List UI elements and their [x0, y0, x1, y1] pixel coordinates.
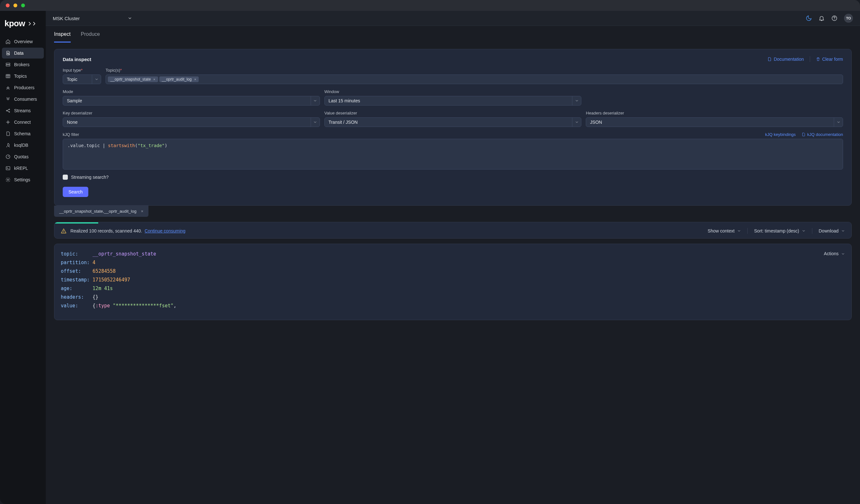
- sidebar-item-krepl[interactable]: kREPL: [2, 163, 44, 174]
- up-arrows-icon: [5, 85, 11, 90]
- rocket-icon: [5, 142, 11, 148]
- mode-select[interactable]: Sample: [63, 96, 320, 105]
- record-line: value: {:type "***************fset",: [61, 301, 845, 310]
- brand-text: kpow: [4, 18, 25, 28]
- search-button[interactable]: Search: [63, 187, 88, 197]
- headers-deserializer-select[interactable]: JSON: [586, 117, 843, 127]
- kjq-filter-editor[interactable]: .value.topic | startswith("tx_trade"): [63, 139, 843, 169]
- mode-label: Mode: [63, 89, 320, 94]
- tab-inspect[interactable]: Inspect: [54, 31, 71, 43]
- sidebar-item-overview[interactable]: Overview: [2, 36, 44, 47]
- sidebar-item-label: Connect: [14, 120, 31, 125]
- chevron-down-icon: [802, 229, 806, 233]
- warning-icon: [61, 228, 67, 234]
- sidebar-item-schema[interactable]: Schema: [2, 128, 44, 139]
- svg-rect-2: [6, 65, 10, 66]
- sidebar: kpow Overview Data Brokers Topics Produc…: [0, 11, 46, 504]
- sidebar-item-quotas[interactable]: Quotas: [2, 151, 44, 162]
- chevron-down-icon: [311, 118, 320, 127]
- sidebar-item-label: Data: [14, 50, 24, 56]
- kjq-documentation-link[interactable]: kJQ documentation: [801, 132, 843, 137]
- record-line: timestamp: 1715052246497: [61, 276, 845, 284]
- headers-deserializer-label: Headers deserializer: [586, 110, 843, 116]
- remove-chip-icon[interactable]: ×: [194, 77, 196, 81]
- sidebar-item-brokers[interactable]: Brokers: [2, 59, 44, 70]
- cluster-name: MSK Cluster: [53, 16, 80, 21]
- divider: [747, 228, 748, 234]
- window-label: Window: [325, 89, 582, 94]
- sidebar-item-label: kREPL: [14, 166, 28, 171]
- sidebar-item-label: Topics: [14, 74, 27, 79]
- status-text: Realized 100 records, scanned 440. Conti…: [70, 228, 186, 234]
- sidebar-item-data[interactable]: Data: [2, 48, 44, 59]
- chevron-down-icon: [841, 229, 845, 233]
- window-zoom-dot[interactable]: [21, 3, 25, 8]
- window-minimize-dot[interactable]: [13, 3, 17, 8]
- sidebar-item-topics[interactable]: Topics: [2, 71, 44, 81]
- brand-logo: kpow: [0, 15, 46, 36]
- sidebar-nav: Overview Data Brokers Topics Producers C…: [0, 36, 46, 185]
- sidebar-item-settings[interactable]: Settings: [2, 174, 44, 185]
- value-deserializer-select[interactable]: Transit / JSON: [325, 117, 582, 127]
- bell-icon[interactable]: [818, 15, 825, 21]
- show-context-dropdown[interactable]: Show context: [708, 228, 741, 234]
- sidebar-item-label: Consumers: [14, 97, 37, 102]
- tab-produce[interactable]: Produce: [81, 31, 100, 43]
- remove-chip-icon[interactable]: ×: [153, 77, 155, 81]
- inspect-form-panel: Data inspect Documentation Clear form In…: [54, 49, 852, 206]
- divider: [810, 56, 810, 62]
- kjq-keybindings-link[interactable]: kJQ keybindings: [765, 132, 796, 137]
- help-icon[interactable]: [831, 15, 837, 21]
- terminal-icon: [5, 165, 11, 171]
- sidebar-item-label: Brokers: [14, 62, 29, 67]
- topbar: MSK Cluster TO: [46, 11, 860, 26]
- record-line: topic: __oprtr_snapshot_state: [61, 250, 845, 258]
- download-dropdown[interactable]: Download: [819, 228, 845, 234]
- topics-multiselect[interactable]: __oprtr_snapshot_state× __oprtr_audit_lo…: [105, 75, 843, 84]
- kjq-filter-label: kJQ filter: [63, 132, 79, 137]
- key-deserializer-select[interactable]: None: [63, 117, 320, 127]
- sidebar-item-producers[interactable]: Producers: [2, 82, 44, 93]
- home-icon: [5, 39, 11, 44]
- input-type-label: Input type*: [63, 68, 101, 73]
- sidebar-item-label: Streams: [14, 108, 31, 113]
- input-type-select[interactable]: Topic: [63, 75, 101, 84]
- topic-chip: __oprtr_audit_log×: [159, 76, 199, 82]
- sidebar-item-label: Schema: [14, 131, 30, 136]
- svg-point-7: [8, 121, 9, 123]
- sidebar-item-streams[interactable]: Streams: [2, 105, 44, 116]
- user-avatar[interactable]: TO: [844, 14, 853, 23]
- sidebar-item-consumers[interactable]: Consumers: [2, 94, 44, 105]
- sidebar-item-label: ksqlDB: [14, 143, 28, 148]
- avatar-initials: TO: [846, 16, 851, 20]
- sidebar-item-ksqldb[interactable]: ksqlDB: [2, 140, 44, 151]
- continue-consuming-link[interactable]: Continue consuming: [145, 228, 186, 234]
- window-close-dot[interactable]: [6, 3, 10, 8]
- divider: [812, 228, 812, 234]
- window-select[interactable]: Last 15 minutes: [325, 96, 582, 105]
- sidebar-item-connect[interactable]: Connect: [2, 117, 44, 128]
- doc-icon: [767, 57, 772, 61]
- streaming-search-label: Streaming search?: [71, 175, 109, 180]
- documentation-link[interactable]: Documentation: [767, 57, 804, 62]
- chevron-down-icon: [311, 96, 320, 105]
- clear-form-link[interactable]: Clear form: [816, 57, 843, 62]
- close-tab-icon[interactable]: ×: [141, 209, 143, 213]
- sidebar-item-label: Settings: [14, 177, 30, 182]
- doc-icon: [801, 132, 806, 136]
- result-tab[interactable]: __oprtr_snapshot_state,__oprtr_audit_log…: [54, 206, 148, 217]
- gear-icon: [5, 177, 11, 182]
- key-deserializer-label: Key deserializer: [63, 110, 320, 116]
- sort-dropdown[interactable]: Sort: timestamp (desc): [754, 228, 806, 234]
- record-line: headers: {}: [61, 293, 845, 301]
- sidebar-item-label: Producers: [14, 85, 34, 90]
- chevron-down-icon: [92, 75, 101, 84]
- svg-point-10: [8, 179, 9, 180]
- streaming-search-checkbox[interactable]: [63, 175, 68, 180]
- record-line: offset: 65284558: [61, 267, 845, 276]
- cluster-selector[interactable]: MSK Cluster: [53, 16, 132, 21]
- chevron-down-icon: [841, 252, 845, 256]
- theme-toggle-icon[interactable]: [806, 15, 812, 21]
- record-actions-dropdown[interactable]: Actions: [824, 250, 845, 258]
- result-tab-label: __oprtr_snapshot_state,__oprtr_audit_log: [59, 209, 136, 213]
